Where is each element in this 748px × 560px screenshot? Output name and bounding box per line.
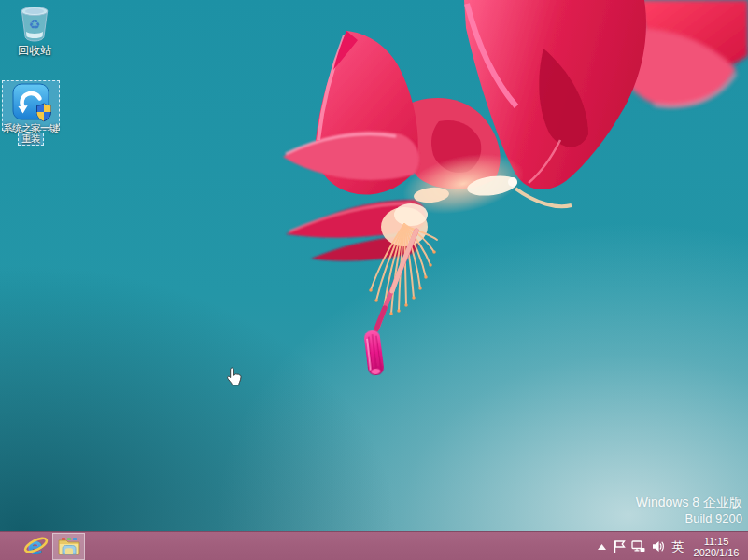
volume-button[interactable] — [648, 532, 668, 560]
volume-icon — [652, 540, 665, 553]
system-reinstall-tool-label: 系统之家一键 重装 — [3, 123, 59, 146]
wallpaper-flower-photo — [0, 0, 748, 531]
desktop-area: ♻ 回收站 — [0, 0, 748, 531]
taskbar: e — [0, 531, 748, 560]
system-tray: 英 11:15 2020/1/16 — [593, 532, 748, 560]
windows-watermark: Windows 8 企业版 Build 9200 — [636, 494, 742, 526]
watermark-build: Build 9200 — [636, 511, 742, 526]
ime-language-indicator[interactable]: 英 — [668, 532, 688, 560]
taskbar-clock[interactable]: 11:15 2020/1/16 — [688, 535, 744, 559]
svg-text:♻: ♻ — [29, 17, 41, 32]
system-reinstall-tool-icon — [10, 83, 51, 122]
action-center-button[interactable] — [610, 532, 628, 560]
file-explorer-icon — [58, 537, 80, 556]
action-center-flag-icon — [614, 539, 626, 553]
recycle-bin-icon: ♻ — [17, 4, 52, 43]
hidden-icons-arrow-icon — [598, 544, 606, 550]
internet-explorer-icon: e — [23, 534, 49, 559]
label-line2: 重装 — [18, 133, 44, 146]
watermark-edition: Windows 8 企业版 — [636, 494, 742, 511]
windows8-desktop: ♻ 回收站 — [0, 0, 748, 560]
clock-time: 11:15 — [688, 536, 744, 548]
clock-date: 2020/1/16 — [688, 547, 744, 559]
network-status-button[interactable] — [628, 532, 648, 560]
network-icon — [631, 540, 645, 553]
taskbar-button-internet-explorer[interactable]: e — [19, 533, 52, 560]
desktop-icon-recycle-bin[interactable]: ♻ 回收站 — [9, 4, 60, 57]
recycle-bin-label: 回收站 — [18, 45, 51, 57]
show-hidden-icons-button[interactable] — [593, 532, 610, 560]
taskbar-button-file-explorer[interactable] — [52, 533, 85, 560]
desktop-icon-system-reinstall-tool[interactable]: 系统之家一键 重装 — [2, 80, 60, 146]
